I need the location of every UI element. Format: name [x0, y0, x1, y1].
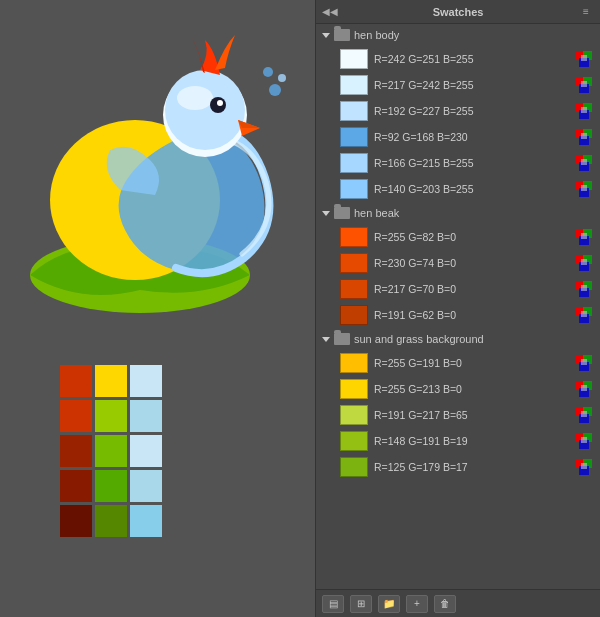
swatch-color-box: [340, 457, 368, 477]
swatch-row[interactable]: R=192 G=227 B=255: [316, 98, 600, 124]
swatch-label: R=191 G=62 B=0: [374, 309, 570, 321]
swatch-row[interactable]: R=255 G=82 B=0: [316, 224, 600, 250]
rgb-mode-icon: [576, 381, 592, 397]
color-cell: [60, 470, 92, 502]
swatch-color-box: [340, 101, 368, 121]
swatch-row[interactable]: R=191 G=217 B=65: [316, 402, 600, 428]
swatch-label: R=242 G=251 B=255: [374, 53, 570, 65]
swatch-row[interactable]: R=255 G=213 B=0: [316, 376, 600, 402]
rgb-mode-icon: [576, 181, 592, 197]
color-cell: [130, 470, 162, 502]
swatch-color-box: [340, 127, 368, 147]
group-header-hen_beak[interactable]: hen beak: [316, 202, 600, 224]
swatch-color-box: [340, 75, 368, 95]
panel-menu-button[interactable]: ≡: [580, 6, 592, 18]
color-cell: [95, 470, 127, 502]
panel-collapse-button[interactable]: ◀◀: [324, 6, 336, 18]
group-toggle-icon: [322, 337, 330, 342]
svg-rect-53: [581, 359, 587, 365]
svg-point-9: [263, 67, 273, 77]
swatch-color-box: [340, 431, 368, 451]
color-cell: [130, 365, 162, 397]
swatch-label: R=217 G=70 B=0: [374, 283, 570, 295]
color-cell: [60, 435, 92, 467]
rgb-mode-icon: [576, 77, 592, 93]
svg-rect-49: [581, 311, 587, 317]
footer-new-group-button[interactable]: 📁: [378, 595, 400, 613]
rgb-mode-icon: [576, 307, 592, 323]
group-label: sun and grass background: [354, 333, 484, 345]
swatch-row[interactable]: R=255 G=191 B=0: [316, 350, 600, 376]
footer-new-swatch-button[interactable]: +: [406, 595, 428, 613]
color-cell: [60, 365, 92, 397]
swatch-row[interactable]: R=191 G=62 B=0: [316, 302, 600, 328]
swatch-row[interactable]: R=217 G=242 B=255: [316, 72, 600, 98]
swatch-color-box: [340, 353, 368, 373]
group-header-hen_body[interactable]: hen body: [316, 24, 600, 46]
panel-left-controls: ◀◀: [324, 6, 336, 18]
swatch-row[interactable]: R=217 G=70 B=0: [316, 276, 600, 302]
swatch-label: R=166 G=215 B=255: [374, 157, 570, 169]
swatch-row[interactable]: R=92 G=168 B=230: [316, 124, 600, 150]
color-cell: [95, 435, 127, 467]
svg-point-4: [177, 86, 213, 110]
group-label: hen body: [354, 29, 399, 41]
svg-point-6: [217, 100, 223, 106]
swatch-label: R=148 G=191 B=19: [374, 435, 570, 447]
footer-list-view-button[interactable]: ▤: [322, 595, 344, 613]
swatches-list[interactable]: hen body R=242 G=251 B=255 R=217 G=242 B…: [316, 24, 600, 589]
svg-rect-17: [581, 81, 587, 87]
svg-point-8: [278, 74, 286, 82]
rgb-mode-icon: [576, 129, 592, 145]
svg-rect-37: [581, 233, 587, 239]
rgb-mode-icon: [576, 433, 592, 449]
panel-title: Swatches: [433, 6, 484, 18]
swatch-row[interactable]: R=148 G=191 B=19: [316, 428, 600, 454]
svg-rect-57: [581, 385, 587, 391]
swatch-row[interactable]: R=166 G=215 B=255: [316, 150, 600, 176]
swatch-label: R=140 G=203 B=255: [374, 183, 570, 195]
swatch-label: R=255 G=82 B=0: [374, 231, 570, 243]
svg-rect-25: [581, 133, 587, 139]
color-swatch-grid: [60, 365, 162, 537]
footer-delete-button[interactable]: 🗑: [434, 595, 456, 613]
group-toggle-icon: [322, 211, 330, 216]
rgb-mode-icon: [576, 459, 592, 475]
group-label: hen beak: [354, 207, 399, 219]
swatch-label: R=125 G=179 B=17: [374, 461, 570, 473]
color-cell: [95, 400, 127, 432]
swatch-row[interactable]: R=140 G=203 B=255: [316, 176, 600, 202]
group-header-sun_grass_background[interactable]: sun and grass background: [316, 328, 600, 350]
swatch-label: R=230 G=74 B=0: [374, 257, 570, 269]
folder-icon: [334, 333, 350, 345]
rgb-mode-icon: [576, 155, 592, 171]
svg-rect-29: [581, 159, 587, 165]
swatch-row[interactable]: R=230 G=74 B=0: [316, 250, 600, 276]
swatches-panel: ◀◀ Swatches ≡ hen body R=242 G=251 B=255…: [315, 0, 600, 617]
swatch-color-box: [340, 227, 368, 247]
swatch-color-box: [340, 379, 368, 399]
swatch-color-box: [340, 405, 368, 425]
folder-icon: [334, 207, 350, 219]
swatch-label: R=255 G=191 B=0: [374, 357, 570, 369]
svg-point-3: [165, 70, 245, 150]
swatch-label: R=191 G=217 B=65: [374, 409, 570, 421]
rgb-mode-icon: [576, 355, 592, 371]
footer-grid-view-button[interactable]: ⊞: [350, 595, 372, 613]
swatch-label: R=255 G=213 B=0: [374, 383, 570, 395]
color-cell: [130, 505, 162, 537]
svg-rect-21: [581, 107, 587, 113]
group-toggle-icon: [322, 33, 330, 38]
color-cell: [130, 435, 162, 467]
svg-rect-61: [581, 411, 587, 417]
svg-rect-65: [581, 437, 587, 443]
panel-header: ◀◀ Swatches ≡: [316, 0, 600, 24]
svg-rect-69: [581, 463, 587, 469]
color-cell: [95, 365, 127, 397]
svg-point-7: [269, 84, 281, 96]
svg-rect-45: [581, 285, 587, 291]
color-cell: [95, 505, 127, 537]
swatch-row[interactable]: R=125 G=179 B=17: [316, 454, 600, 480]
canvas-area: [0, 0, 315, 617]
swatch-row[interactable]: R=242 G=251 B=255: [316, 46, 600, 72]
